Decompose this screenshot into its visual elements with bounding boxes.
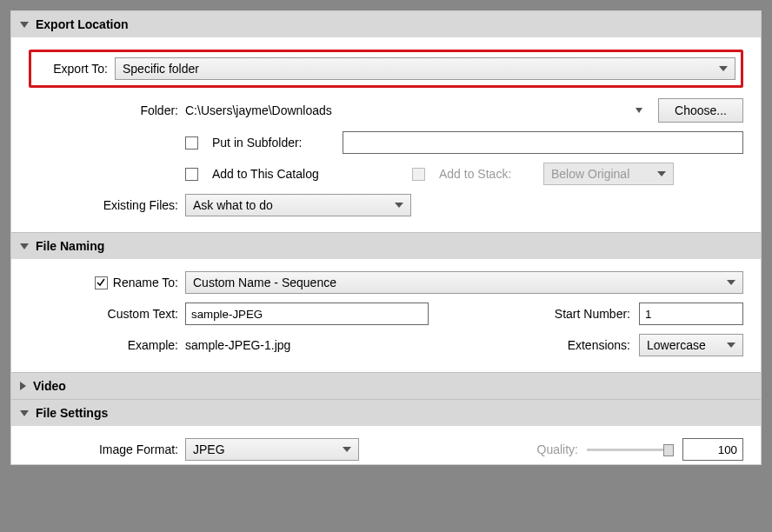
- section-body-file-naming: Rename To: Custom Name - Sequence Custom…: [11, 259, 761, 372]
- section-body-export-location: Export To: Specific folder Folder: C:\Us…: [11, 37, 761, 232]
- section-title: Video: [33, 379, 66, 393]
- subfolder-input[interactable]: [343, 131, 743, 154]
- quality-label: Quality:: [537, 442, 578, 456]
- put-in-subfolder-checkbox[interactable]: [185, 136, 198, 150]
- extensions-label: Extensions:: [568, 338, 630, 352]
- add-to-stack-checkbox: [412, 168, 425, 181]
- chevron-down-icon: [657, 171, 666, 176]
- choose-button[interactable]: Choose...: [658, 98, 743, 123]
- chevron-down-icon: [395, 203, 403, 208]
- export-to-select[interactable]: Specific folder: [115, 57, 735, 80]
- image-format-value: JPEG: [193, 442, 225, 456]
- folder-label: Folder:: [29, 103, 185, 117]
- section-header-file-naming[interactable]: File Naming: [11, 232, 761, 259]
- section-title: Export Location: [36, 17, 129, 31]
- highlight-export-to: Export To: Specific folder: [29, 50, 743, 88]
- section-header-export-location[interactable]: Export Location: [11, 11, 761, 37]
- put-in-subfolder-label: Put in Subfolder:: [212, 136, 334, 150]
- chevron-down-icon: [727, 280, 735, 285]
- disclosure-triangle-icon: [20, 410, 29, 416]
- checkmark-icon: [96, 278, 105, 287]
- rename-to-label: Rename To:: [113, 276, 178, 289]
- chevron-down-icon: [727, 342, 735, 348]
- export-to-label: Export To:: [37, 62, 115, 76]
- stack-position-select: Below Original: [543, 163, 674, 185]
- folder-path-menu-icon[interactable]: [636, 108, 642, 113]
- section-header-video[interactable]: Video: [11, 372, 761, 399]
- quality-input[interactable]: [682, 438, 743, 461]
- add-to-catalog-checkbox[interactable]: [185, 168, 198, 181]
- start-number-input[interactable]: [639, 303, 743, 325]
- custom-text-label: Custom Text:: [29, 307, 185, 321]
- section-header-file-settings[interactable]: File Settings: [11, 399, 761, 426]
- section-body-file-settings: Image Format: JPEG Quality:: [11, 426, 761, 464]
- section-title: File Naming: [36, 239, 104, 253]
- quality-slider[interactable]: [587, 449, 674, 451]
- add-to-catalog-label: Add to This Catalog: [212, 167, 403, 181]
- extensions-value: Lowercase: [647, 338, 706, 352]
- example-value: sample-JPEG-1.jpg: [185, 338, 290, 352]
- folder-path: C:\Users\jayme\Downloads: [185, 103, 627, 117]
- custom-text-input[interactable]: [185, 303, 429, 325]
- export-to-value: Specific folder: [123, 62, 199, 76]
- rename-template-select[interactable]: Custom Name - Sequence: [185, 271, 743, 294]
- extensions-select[interactable]: Lowercase: [639, 334, 743, 356]
- rename-to-checkbox[interactable]: [95, 276, 108, 289]
- rename-template-value: Custom Name - Sequence: [193, 276, 336, 289]
- stack-position-value: Below Original: [551, 167, 629, 181]
- disclosure-triangle-icon: [20, 22, 29, 28]
- disclosure-triangle-icon: [20, 382, 26, 390]
- section-title: File Settings: [36, 406, 108, 420]
- disclosure-triangle-icon: [20, 243, 29, 249]
- slider-thumb[interactable]: [663, 444, 674, 456]
- start-number-label: Start Number:: [555, 307, 630, 321]
- existing-files-value: Ask what to do: [193, 198, 273, 212]
- existing-files-label: Existing Files:: [29, 198, 185, 212]
- chevron-down-icon: [719, 66, 728, 71]
- image-format-select[interactable]: JPEG: [185, 438, 359, 461]
- chevron-down-icon: [343, 447, 351, 452]
- image-format-label: Image Format:: [29, 442, 185, 456]
- add-to-stack-label: Add to Stack:: [439, 167, 535, 181]
- example-label: Example:: [29, 338, 185, 352]
- existing-files-select[interactable]: Ask what to do: [185, 194, 411, 216]
